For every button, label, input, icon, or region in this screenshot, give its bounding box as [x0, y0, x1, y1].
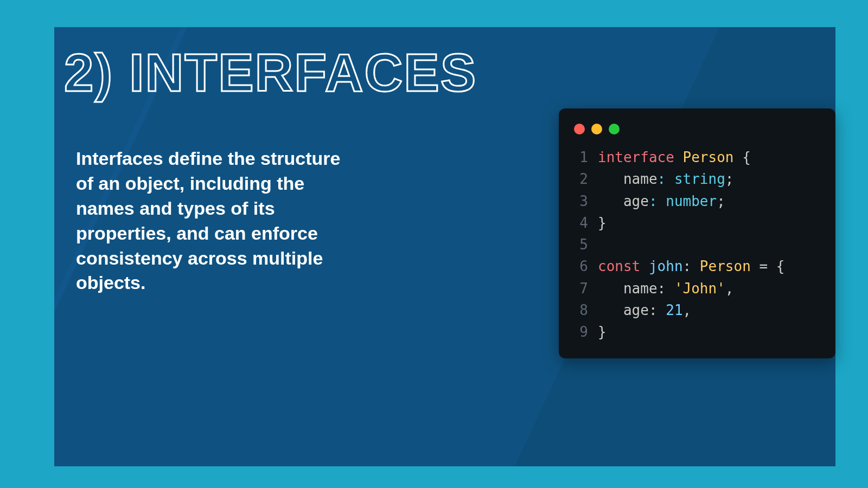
code-token: , — [683, 302, 692, 318]
code-text: } — [598, 212, 607, 234]
code-text: name: 'John', — [598, 278, 733, 299]
code-token: const — [598, 258, 649, 274]
close-icon — [574, 124, 585, 134]
code-text: name: string; — [598, 168, 733, 190]
code-window: 1interface Person {2 name: string;3 age:… — [559, 108, 835, 358]
code-line: 3 age: number; — [570, 190, 825, 212]
code-line: 6const john: Person = { — [570, 255, 825, 277]
code-text: age: number; — [598, 190, 725, 212]
code-token: john — [649, 258, 683, 274]
code-line: 9} — [570, 321, 825, 343]
code-token: 21 — [666, 302, 682, 318]
line-number: 7 — [570, 278, 588, 299]
code-text: age: 21, — [598, 299, 691, 321]
line-number: 2 — [570, 168, 588, 190]
code-token: } — [598, 215, 607, 231]
code-token: = { — [759, 258, 784, 274]
code-token: name — [598, 171, 658, 187]
line-number: 4 — [570, 212, 588, 234]
code-block: 1interface Person {2 name: string;3 age:… — [570, 146, 825, 343]
code-token: string — [674, 171, 725, 187]
code-text: } — [598, 321, 607, 343]
line-number: 3 — [570, 190, 588, 212]
code-token: : — [649, 193, 666, 209]
code-text: interface Person { — [598, 146, 751, 168]
code-token: age — [598, 302, 649, 318]
line-number: 5 — [570, 234, 588, 255]
code-token: : — [658, 171, 674, 187]
code-token: Person — [683, 149, 743, 165]
code-token: ; — [717, 193, 725, 209]
line-number: 1 — [570, 146, 588, 168]
code-token: ; — [725, 171, 734, 187]
code-token: interface — [598, 149, 683, 165]
code-line: 1interface Person { — [570, 146, 825, 168]
code-token: 'John' — [674, 280, 725, 297]
code-line: 8 age: 21, — [570, 299, 825, 321]
slide-title: 2) INTERFACES — [64, 42, 477, 104]
code-token: : — [649, 302, 666, 318]
code-token: age — [598, 193, 649, 209]
code-token: : — [658, 280, 674, 297]
window-traffic-lights — [570, 119, 825, 146]
line-number: 6 — [570, 255, 588, 277]
slide-description: Interfaces define the structure of an ob… — [76, 146, 358, 296]
line-number: 8 — [570, 299, 588, 321]
code-line: 2 name: string; — [570, 168, 825, 190]
maximize-icon — [609, 124, 620, 134]
code-token: , — [725, 280, 734, 297]
code-token: Person — [700, 258, 760, 274]
code-token: } — [598, 324, 607, 340]
code-token: : — [683, 258, 700, 274]
code-token: { — [742, 149, 751, 165]
minimize-icon — [591, 124, 602, 134]
code-text: const john: Person = { — [598, 255, 784, 277]
line-number: 9 — [570, 321, 588, 343]
code-line: 5 — [570, 234, 825, 255]
code-token: number — [666, 193, 717, 209]
code-line: 7 name: 'John', — [570, 278, 825, 299]
code-token: name — [598, 280, 658, 297]
code-line: 4} — [570, 212, 825, 234]
